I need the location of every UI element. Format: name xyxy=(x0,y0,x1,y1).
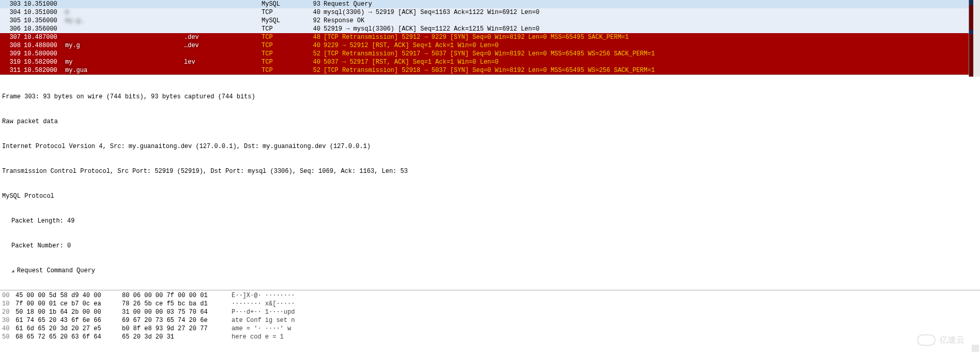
hex-row[interactable]: 107f 00 00 01 ce b7 0c ea78 26 5b ce f5 … xyxy=(2,300,978,308)
minimap-region xyxy=(969,30,973,34)
packet-list[interactable]: 30310.351000MySQL93Request Query30410.35… xyxy=(0,0,980,75)
detail-packet-length[interactable]: Packet Length: 49 xyxy=(2,217,978,225)
packet-row[interactable]: 30510.356000my.g…MySQL92Response OK xyxy=(0,17,980,25)
cloud-icon xyxy=(917,334,936,346)
watermark: 亿速云 xyxy=(917,334,964,346)
detail-request-query[interactable]: Request Command Query xyxy=(2,267,978,275)
hex-row[interactable]: 3061 74 65 20 43 6f 6e 6669 67 20 73 65 … xyxy=(2,316,978,325)
minimap-region xyxy=(969,0,973,5)
detail-raw[interactable]: Raw packet data xyxy=(2,117,978,126)
resize-grip[interactable] xyxy=(972,345,979,352)
detail-packet-number[interactable]: Packet Number: 0 xyxy=(2,242,978,250)
hex-row[interactable]: 4061 6d 65 20 3d 20 27 e5b0 8f e8 93 9d … xyxy=(2,325,978,333)
packet-row[interactable]: 30910.580000TCP52[TCP Retransmission] 52… xyxy=(0,50,980,58)
packet-row[interactable]: 30810.488000my.g…devTCP409229 → 52912 [R… xyxy=(0,41,980,50)
minimap-region xyxy=(969,34,973,77)
detail-ip[interactable]: Internet Protocol Version 4, Src: my.gua… xyxy=(2,142,978,151)
detail-tcp[interactable]: Transmission Control Protocol, Src Port:… xyxy=(2,167,978,175)
hex-row[interactable]: 0045 00 00 5d 58 d9 40 0080 06 00 00 7f … xyxy=(2,291,978,300)
packet-row[interactable]: 30710.487000.devTCP48[TCP Retransmission… xyxy=(0,33,980,41)
packet-row[interactable]: 30610.356000TCP4052919 → mysql(3306) [AC… xyxy=(0,25,980,33)
scrollbar[interactable] xyxy=(973,0,980,77)
packet-row[interactable]: 31010.582000mylevTCP405037 → 52917 [RST,… xyxy=(0,58,980,66)
detail-frame[interactable]: Frame 303: 93 bytes on wire (744 bits), … xyxy=(2,93,978,101)
packet-row[interactable]: 30410.351000mTCP40mysql(3306) → 52919 [A… xyxy=(0,8,980,17)
packet-row[interactable]: 31110.582000my.guaTCP52[TCP Retransmissi… xyxy=(0,66,980,75)
hex-row[interactable]: 2050 18 00 1b 64 2b 00 0031 00 00 00 03 … xyxy=(2,308,978,316)
packet-list-minimap[interactable] xyxy=(969,0,980,77)
packet-row[interactable]: 30310.351000MySQL93Request Query xyxy=(0,0,980,8)
detail-mysql[interactable]: MySQL Protocol xyxy=(2,192,978,200)
minimap-region xyxy=(969,5,973,30)
hex-dump-pane[interactable]: 0045 00 00 5d 58 d9 40 0080 06 00 00 7f … xyxy=(0,290,980,353)
hex-row[interactable]: 5068 65 72 65 20 63 6f 6465 20 3d 20 31h… xyxy=(2,333,978,341)
